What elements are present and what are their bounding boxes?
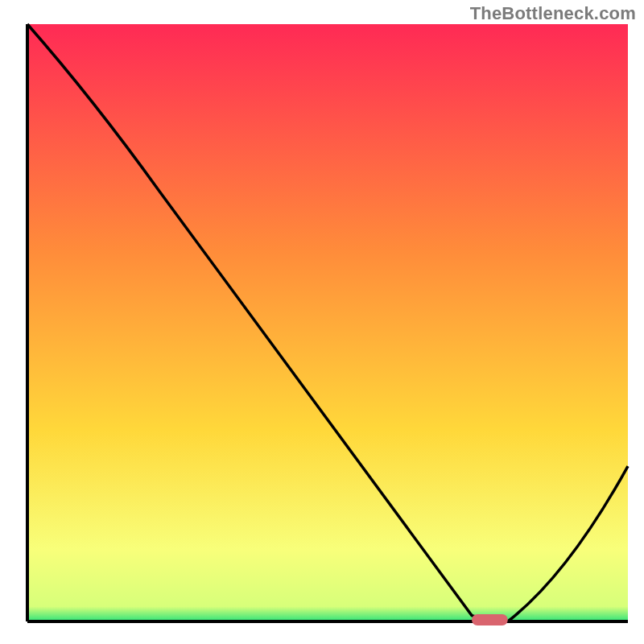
chart-frame: TheBottleneck.com — [0, 0, 644, 644]
plot-background — [27, 24, 628, 621]
optimal-marker — [472, 614, 508, 625]
bottleneck-chart — [0, 0, 644, 644]
watermark-text: TheBottleneck.com — [470, 3, 636, 24]
